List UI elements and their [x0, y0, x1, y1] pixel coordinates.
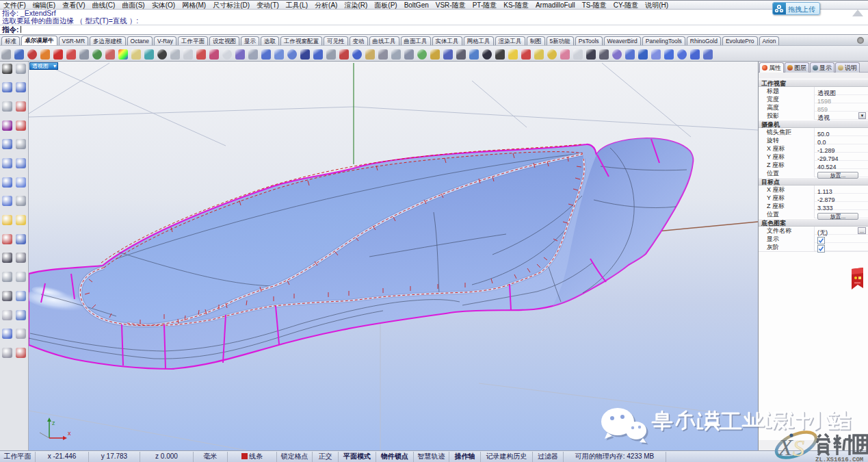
svg-text:ZL.XS1616.COM: ZL.XS1616.COM — [815, 457, 863, 462]
svg-text:x: x — [68, 430, 71, 437]
svg-text:S: S — [793, 435, 804, 461]
svg-text:z: z — [52, 420, 55, 426]
svg-text:X: X — [777, 435, 793, 460]
